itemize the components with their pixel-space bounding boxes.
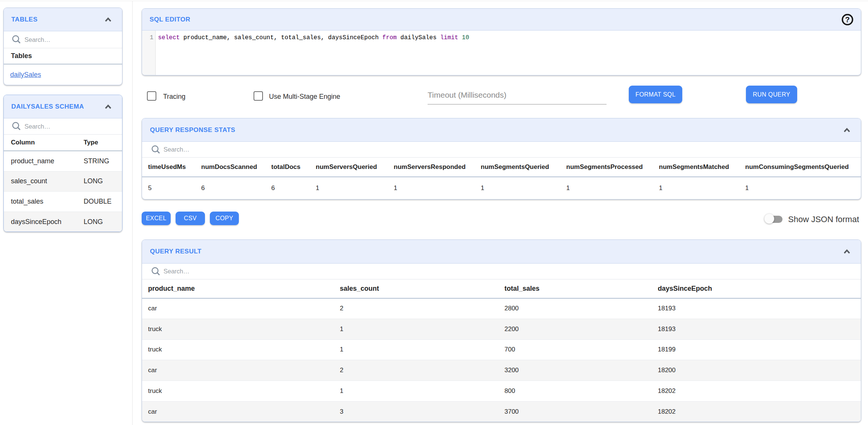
svg-text:?: ? xyxy=(845,15,850,24)
